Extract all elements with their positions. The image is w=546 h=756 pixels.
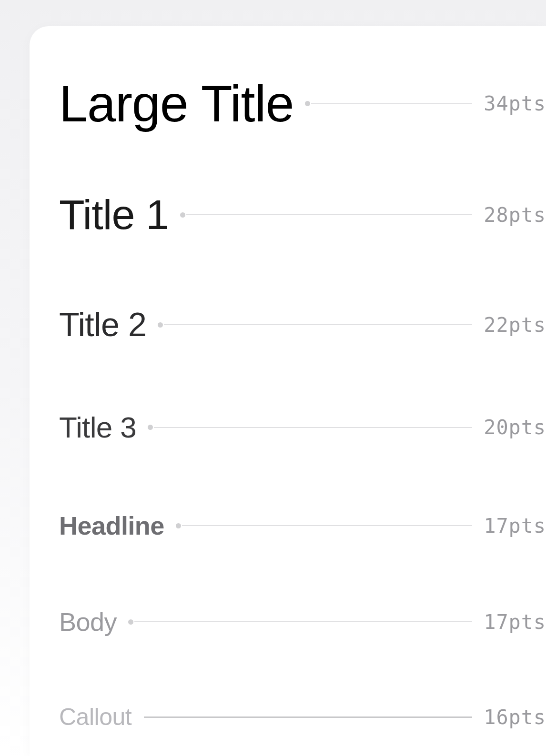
- divider: [305, 101, 472, 106]
- divider: [148, 425, 472, 430]
- dot-icon: [180, 212, 185, 218]
- dot-icon: [158, 322, 163, 328]
- divider-line: [144, 716, 472, 718]
- size-label: 22pts: [484, 313, 546, 337]
- divider: [143, 716, 472, 718]
- dot-icon: [148, 425, 153, 430]
- size-label: 28pts: [484, 203, 546, 227]
- divider-line: [186, 214, 472, 215]
- divider: [176, 523, 473, 528]
- divider: [158, 322, 472, 328]
- type-label-title2: Title 2: [59, 306, 146, 344]
- dot-icon: [305, 101, 310, 106]
- size-label: 34pts: [484, 92, 546, 115]
- size-label: 17pts: [484, 610, 546, 634]
- type-row: Title 1 28pts: [59, 190, 546, 239]
- type-row: Body 17pts: [59, 607, 546, 637]
- size-label: 17pts: [484, 514, 546, 537]
- divider: [180, 212, 472, 218]
- dot-icon: [176, 523, 181, 528]
- type-row: Title 3 20pts: [59, 410, 546, 444]
- type-label-callout: Callout: [59, 703, 131, 731]
- type-row: Callout 16pts: [59, 703, 546, 731]
- divider-line: [154, 427, 472, 428]
- divider-line: [164, 324, 472, 325]
- type-label-body: Body: [59, 607, 117, 637]
- type-label-large-title: Large Title: [59, 74, 293, 133]
- divider: [128, 619, 472, 625]
- divider-line: [134, 621, 472, 622]
- type-row: Title 2 22pts: [59, 306, 546, 344]
- divider-line: [182, 525, 473, 526]
- type-row: Headline 17pts: [59, 511, 546, 540]
- size-label: 16pts: [484, 706, 546, 729]
- dot-icon: [128, 619, 133, 625]
- divider-line: [311, 103, 472, 104]
- type-label-headline: Headline: [59, 511, 164, 540]
- type-row: Large Title 34pts: [59, 74, 546, 133]
- size-label: 20pts: [484, 416, 546, 439]
- type-label-title1: Title 1: [59, 190, 169, 239]
- typography-card: Large Title 34pts Title 1 28pts Title 2 …: [30, 26, 546, 756]
- type-label-title3: Title 3: [59, 410, 136, 444]
